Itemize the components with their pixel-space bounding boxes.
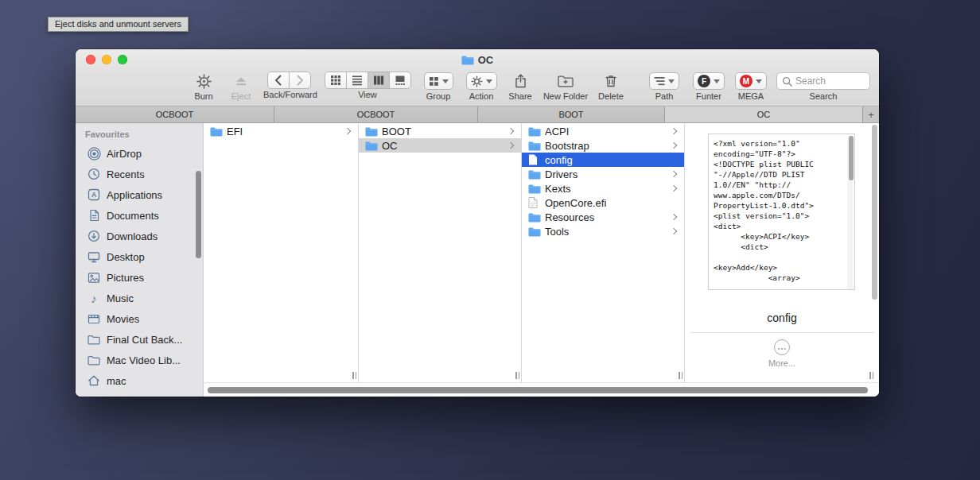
close-button[interactable] (86, 55, 95, 64)
folder-icon (365, 126, 378, 137)
tab-ocboot-2[interactable]: OCBOOT (274, 106, 478, 122)
disclosure-chevron-icon (671, 142, 677, 149)
search-input[interactable] (795, 75, 865, 87)
path-button[interactable]: Path (644, 72, 685, 101)
disclosure-chevron-icon (671, 128, 677, 134)
more-button[interactable]: More... (685, 358, 879, 368)
back-button[interactable] (267, 72, 290, 89)
list-item-resources[interactable]: Resources (522, 210, 684, 224)
list-item-boot[interactable]: BOOT (359, 124, 521, 138)
column-vertical-scrollbar[interactable] (872, 125, 877, 300)
pictures-icon (87, 270, 101, 285)
new-tab-button[interactable]: + (863, 106, 879, 122)
horizontal-scrollbar-thumb[interactable] (208, 387, 868, 393)
disclosure-chevron-icon (508, 142, 514, 149)
folder-icon (528, 126, 541, 137)
sidebar-item-recents[interactable]: Recents (76, 164, 203, 184)
mega-button[interactable]: M MEGA (731, 72, 771, 101)
preview-text: <?xml version="1.0" encoding="UTF-8"?> <… (714, 138, 846, 283)
downloads-icon (87, 229, 101, 243)
file-icon (528, 197, 541, 208)
sidebar-item-airdrop[interactable]: AirDrop (76, 143, 203, 164)
eject-icon (224, 72, 259, 91)
trash-icon (593, 72, 629, 91)
tab-ocboot-1[interactable]: OCBOOT (76, 106, 274, 122)
list-item-efi[interactable]: EFI (204, 124, 358, 138)
folder-icon (528, 211, 541, 223)
preview-box: <?xml version="1.0" encoding="UTF-8"?> <… (708, 134, 855, 290)
share-icon (504, 72, 537, 91)
back-forward-control: Back/Forward (263, 72, 314, 99)
sidebar-item-music[interactable]: ♪ Music (76, 288, 203, 308)
share-button[interactable]: Share (504, 72, 537, 101)
sidebar-section-title: Favourites (85, 130, 203, 139)
search-field[interactable] (776, 72, 870, 90)
more-ellipsis-icon[interactable]: … (774, 339, 790, 355)
group-button[interactable]: Group (419, 72, 457, 101)
action-button[interactable]: Action (462, 72, 500, 101)
gear-icon (471, 75, 483, 87)
list-item-oc-selected[interactable]: OC (359, 138, 521, 153)
list-item-config-selected[interactable]: config (522, 153, 684, 167)
applications-icon: A (87, 188, 101, 202)
sidebar-item-documents[interactable]: Documents (76, 205, 203, 226)
chevron-down-icon (668, 79, 675, 83)
column-resize-handle[interactable] (679, 372, 685, 379)
list-item-opencore-efi[interactable]: OpenCore.efi (522, 195, 684, 210)
tab-oc[interactable]: OC (665, 106, 863, 122)
new-folder-button[interactable]: New Folder (542, 72, 589, 101)
column-resize-handle[interactable] (352, 372, 359, 379)
sidebar-item-applications[interactable]: A Applications (76, 184, 203, 205)
view-icons-button[interactable] (325, 72, 347, 89)
tab-boot[interactable]: BOOT (478, 106, 665, 122)
delete-button[interactable]: Delete (593, 72, 629, 101)
folder-icon (528, 168, 541, 180)
new-folder-icon (542, 72, 589, 91)
sidebar-item-desktop[interactable]: Desktop (76, 246, 203, 267)
horizontal-scrollbar-track[interactable] (204, 382, 879, 397)
sidebar-item-home[interactable]: mac (76, 370, 203, 391)
sidebar-scrollbar[interactable] (196, 171, 201, 258)
funter-icon: F (698, 75, 710, 87)
sidebar-item-movies[interactable]: Movies (76, 308, 203, 329)
titlebar[interactable]: OC (76, 49, 879, 70)
sidebar: Favourites AirDrop Recents A Application… (76, 123, 204, 397)
folder-icon (87, 353, 101, 367)
column-1: EFI (204, 123, 359, 382)
fullscreen-button[interactable] (118, 55, 127, 64)
list-item-acpi[interactable]: ACPI (522, 124, 684, 138)
sidebar-item-final-cut-backups[interactable]: Final Cut Back... (76, 329, 203, 350)
search-area: Search (776, 72, 871, 101)
sidebar-item-pictures[interactable]: Pictures (76, 267, 203, 288)
view-gallery-button[interactable] (389, 72, 411, 89)
view-control: View (322, 72, 413, 99)
sidebar-item-mac-video-library[interactable]: Mac Video Lib... (76, 350, 203, 370)
list-item-kexts[interactable]: Kexts (522, 181, 684, 195)
preview-scrollbar-thumb[interactable] (849, 136, 854, 180)
eject-button[interactable]: Eject (224, 72, 259, 101)
list-item-bootstrap[interactable]: Bootstrap (522, 138, 684, 153)
view-columns-button[interactable] (368, 72, 390, 89)
disclosure-chevron-icon (671, 171, 677, 177)
sidebar-item-downloads[interactable]: Downloads (76, 226, 203, 246)
funter-button[interactable]: F Funter (688, 72, 729, 101)
preview-divider (690, 332, 874, 333)
mega-icon: M (740, 75, 752, 87)
path-icon (654, 76, 665, 87)
titlebar-folder-icon (461, 55, 474, 65)
clock-icon (87, 167, 101, 181)
minimize-button[interactable] (102, 55, 111, 64)
disclosure-chevron-icon (508, 128, 514, 134)
view-list-button[interactable] (346, 72, 368, 89)
forward-button[interactable] (289, 72, 311, 89)
disclosure-chevron-icon (671, 185, 677, 192)
group-icon (429, 76, 439, 87)
burn-icon (185, 72, 222, 91)
list-item-drivers[interactable]: Drivers (522, 167, 684, 181)
column-resize-handle[interactable] (869, 372, 876, 379)
column-resize-handle[interactable] (515, 372, 522, 379)
list-item-tools[interactable]: Tools (522, 224, 684, 238)
burn-button[interactable]: Burn (185, 72, 222, 101)
folder-icon (528, 226, 541, 237)
folder-icon (528, 140, 541, 151)
